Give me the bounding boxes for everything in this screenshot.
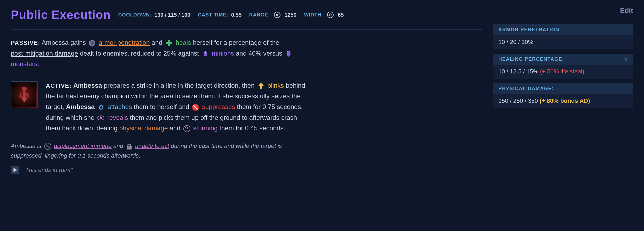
healing-base: 10 / 12.5 / 15% [498,68,538,75]
passive-keyword: PASSIVE: [11,39,40,46]
healing-pct-label: HEALING PERCENTAGE: [498,56,564,62]
heal-icon [165,39,173,47]
quote-section: "This ends in ruin!" [11,166,482,174]
range-group: RANGE: 1250 [249,11,297,18]
passive-text-1: Ambessa gains [42,39,88,46]
armor-pen-icon [88,39,96,47]
post-mitigation-text: post-mitigation damage [11,50,78,57]
physical-dmg-card: PHYSICAL DAMAGE: 150 / 250 / 350 (+ 80% … [493,83,633,108]
svg-point-1 [276,14,278,16]
armor-pen-value: 10 / 20 / 30% [493,35,633,49]
cast-time-group: CAST TIME: 0.55 [198,12,242,18]
minions-text: minions [212,50,234,57]
healing-pct-card: HEALING PERCENTAGE: » 10 / 12.5 / 15% (+… [493,54,633,79]
active-ambessa-bold-2: Ambessa [66,103,95,110]
svg-point-21 [100,116,101,117]
minion-icon [201,50,209,57]
heals-text: heals [176,39,191,46]
monster-icon [285,50,292,57]
ability-icon [11,81,38,108]
active-text-container: ACTIVE: Ambessa prepares a strike in a l… [46,80,307,134]
unable-to-act-text: unable to act [135,142,169,149]
range-icon [274,11,281,18]
svg-line-25 [46,144,50,148]
displacement-icon [44,142,52,150]
healing-pct-header: HEALING PERCENTAGE: » [493,54,633,65]
active-section: ACTIVE: Ambessa prepares a strike in a l… [11,80,307,134]
cooldown-value: 130 / 115 / 100 [155,12,190,18]
armor-pen-text: armor penetration [99,39,150,46]
physical-base: 150 / 250 / 350 [498,97,538,104]
reveals-text: reveals [107,114,128,121]
flavor-ambessa: Ambessa [11,142,36,149]
width-label: WIDTH: [304,12,323,18]
cast-time-label: CAST TIME: [198,12,228,18]
blinks-text: blinks [267,82,284,89]
active-text-2: prepares a strike in a line in the targe… [104,82,256,89]
flavor-text-1: is [37,142,43,149]
suppresses-text: suppresses [202,103,235,110]
life-steal-bonus-2: (+ 50% life steal) [540,68,584,75]
cast-time-value: 0.55 [231,12,242,18]
active-text-9: them for 0.45 seconds. [220,124,285,132]
width-icon [327,11,334,18]
suppress-icon [192,104,199,111]
armor-pen-label: ARMOR PENETRATION: [498,27,561,33]
attaches-text: attaches [108,103,132,110]
passive-text-2: and [152,39,164,46]
active-text-5: them to herself and [134,103,191,110]
width-group: WIDTH: 65 [304,11,344,18]
svg-point-23 [186,130,187,131]
physical-bonus-pct: 80% [547,97,559,104]
passive-text-4: dealt to enemies, reduced to 25% against [80,50,201,57]
ability-header: Public Execution COOLDOWN: 130 / 115 / 1… [11,8,482,22]
ability-icon-art [12,83,36,107]
active-ambessa-bold-1: Ambessa [73,82,102,89]
cooldown-group: COOLDOWN: 130 / 115 / 100 [118,12,190,18]
passive-text-5: and 40% versus [236,50,284,57]
chevron-right-icon[interactable]: » [625,56,628,62]
blink-icon [257,82,265,90]
passive-text-3: herself for a percentage of the [193,39,279,46]
physical-bonus-word: bonus [560,97,578,104]
stats-panel: ARMOR PENETRATION: 10 / 20 / 30% HEALING… [493,8,633,223]
flavor-text: Ambessa is displacement immune and unabl… [11,141,307,161]
edit-button[interactable]: Edit [620,6,633,15]
range-label: RANGE: [249,12,270,18]
lock-icon [126,142,133,150]
monsters-text: monsters [11,60,37,67]
quote-text: "This ends in ruin!" [23,167,73,174]
svg-marker-15 [258,83,264,89]
svg-point-13 [204,51,206,53]
physical-dmg-value: 150 / 250 / 350 (+ 80% bonus AD) [493,94,633,108]
attach-icon [97,104,105,111]
svg-point-6 [327,12,333,18]
header-divider [11,29,482,30]
physical-damage-text: physical damage [119,124,168,132]
cooldown-label: COOLDOWN: [118,12,152,18]
physical-dmg-header: PHYSICAL DAMAGE: [493,83,633,94]
healing-pct-value: 10 / 12.5 / 15% (+ 50% life steal) [493,65,633,79]
passive-description: PASSIVE: Ambessa gains armor penetration… [11,37,294,69]
width-value: 65 [338,12,344,18]
armor-pen-card: ARMOR PENETRATION: 10 / 20 / 30% [493,24,633,49]
range-value: 1250 [285,12,297,18]
svg-point-27 [128,147,130,148]
physical-ad: AD) [580,97,590,104]
flavor-text-2: and [113,142,125,149]
physical-bonus-pre: (+ [540,97,545,104]
active-text-8: and [170,124,182,132]
reveal-icon [97,114,105,122]
passive-text-6: . [37,60,39,67]
physical-dmg-label: PHYSICAL DAMAGE: [498,86,554,91]
svg-point-7 [329,14,331,16]
stun-icon [183,125,191,133]
svg-rect-11 [166,42,172,44]
play-button-icon[interactable] [11,166,19,174]
stunning-text: stunning [193,124,218,132]
displacement-immune-text: displacement immune [54,142,112,149]
armor-pen-header: ARMOR PENETRATION: [493,24,633,35]
active-keyword: ACTIVE: [46,82,71,89]
ability-title: Public Execution [11,8,111,22]
